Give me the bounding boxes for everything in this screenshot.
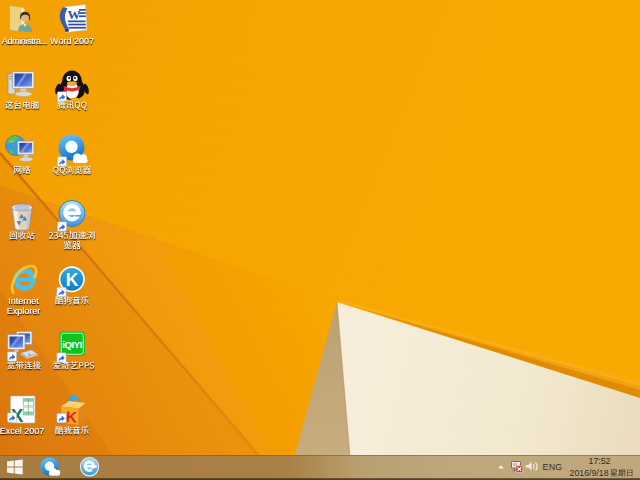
svg-text:ENG: ENG xyxy=(543,462,563,472)
svg-text:2016/9/18: 2016/9/18 xyxy=(570,468,609,478)
svg-text:17:52: 17:52 xyxy=(588,456,610,466)
svg-text:Administra...: Administra... xyxy=(2,36,47,46)
svg-text:Excel 2007: Excel 2007 xyxy=(0,426,44,436)
svg-text:iQIYI: iQIYI xyxy=(62,339,82,350)
svg-text:W: W xyxy=(68,7,81,22)
svg-text:Internet: Internet xyxy=(8,296,39,306)
svg-text:Explorer: Explorer xyxy=(7,306,41,316)
svg-text:K: K xyxy=(66,270,79,290)
svg-text:Word 2007: Word 2007 xyxy=(50,36,94,46)
svg-text:K: K xyxy=(65,408,78,426)
